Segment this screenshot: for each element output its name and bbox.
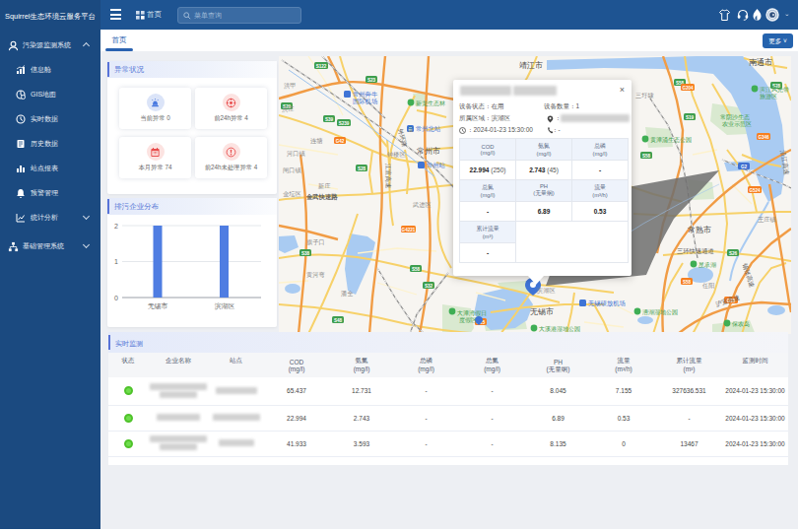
svg-text:旗子口: 旗子口: [306, 238, 325, 246]
svg-text:连塘: 连塘: [310, 137, 323, 145]
svg-text:南通市: 南通市: [749, 57, 772, 67]
svg-text:S23: S23: [367, 78, 376, 83]
svg-text:滨湖区: 滨湖区: [536, 287, 556, 295]
svg-text:S38: S38: [301, 251, 310, 256]
svg-text:农业示范区: 农业示范区: [722, 120, 752, 128]
svg-text:三圩埭: 三圩埭: [635, 92, 654, 99]
svg-text:闸口镇: 闸口镇: [283, 166, 301, 174]
svg-text:滨江风光带: 滨江风光带: [760, 86, 789, 94]
svg-text:无锡市: 无锡市: [148, 302, 168, 310]
svg-text:G2: G2: [741, 165, 748, 169]
svg-text:新龙生态林: 新龙生态林: [416, 100, 446, 106]
svg-text:度假区: 度假区: [459, 316, 477, 324]
svg-text:S48: S48: [334, 318, 343, 323]
svg-text:常州市: 常州市: [417, 147, 440, 156]
svg-text:S58: S58: [412, 267, 421, 272]
svg-text:常州奔牛: 常州奔牛: [353, 91, 378, 98]
svg-text:金坛区: 金坛区: [283, 190, 301, 197]
svg-text:河口镇: 河口镇: [287, 150, 305, 158]
svg-text:0: 0: [114, 295, 118, 301]
svg-text:江宜高速: 江宜高速: [384, 163, 392, 188]
svg-text:常州站: 常州站: [427, 162, 446, 168]
svg-text:S122: S122: [316, 64, 327, 69]
svg-text:国际机场: 国际机场: [353, 98, 377, 105]
svg-text:靖江市: 靖江市: [519, 61, 543, 70]
svg-text:王庄镇: 王庄镇: [758, 216, 776, 223]
svg-text:S58: S58: [683, 280, 692, 285]
svg-text:G42: G42: [336, 139, 345, 144]
svg-text:漕湖湿地公园: 漕湖湿地公园: [642, 308, 678, 316]
svg-text:S28: S28: [358, 166, 366, 171]
svg-text:黄河弯: 黄河弯: [306, 271, 325, 279]
svg-text:滨湖区: 滨湖区: [215, 302, 235, 310]
svg-text:无锡硕放机场: 无锡硕放机场: [588, 299, 626, 307]
svg-text:S39: S39: [325, 117, 334, 122]
svg-text:钟楼区: 钟楼区: [386, 151, 406, 158]
svg-text:黄潭涌生态公园: 黄潭涌生态公园: [650, 136, 692, 144]
svg-text:常阴沙生态: 常阴沙生态: [720, 113, 750, 121]
svg-text:S58: S58: [642, 154, 651, 159]
svg-text:旅游区: 旅游区: [760, 93, 777, 100]
svg-text:无锡市: 无锡市: [530, 307, 554, 316]
svg-text:1: 1: [114, 258, 118, 265]
svg-text:保农岛: 保农岛: [732, 320, 750, 327]
svg-text:S239: S239: [339, 121, 350, 126]
svg-text:常州北站: 常州北站: [416, 125, 441, 133]
svg-text:G346: G346: [758, 135, 769, 140]
svg-text:🚆: 🚆: [407, 126, 414, 133]
svg-text:洪庄: 洪庄: [282, 105, 294, 113]
svg-text:武进区: 武进区: [412, 201, 432, 209]
svg-text:潘全: 潘全: [341, 290, 354, 298]
svg-text:金武快速路: 金武快速路: [305, 193, 338, 201]
svg-text:任阳: 任阳: [701, 282, 714, 290]
svg-text:2: 2: [114, 223, 118, 230]
svg-text:三环快速通道: 三环快速通道: [677, 247, 714, 254]
svg-text:大潭湾假日: 大潭湾假日: [457, 309, 487, 317]
svg-text:G524: G524: [749, 188, 761, 193]
svg-text:洪甲: 洪甲: [284, 82, 296, 90]
svg-text:新庄: 新庄: [317, 182, 330, 189]
svg-text:常熟市: 常熟市: [688, 226, 711, 234]
svg-text:昆承湖: 昆承湖: [698, 262, 716, 269]
svg-text:S26: S26: [729, 251, 738, 256]
svg-text:G204: G204: [682, 86, 694, 91]
svg-text:S19: S19: [686, 115, 695, 120]
svg-text:S32: S32: [425, 284, 433, 289]
svg-text:G4221: G4221: [402, 228, 416, 233]
